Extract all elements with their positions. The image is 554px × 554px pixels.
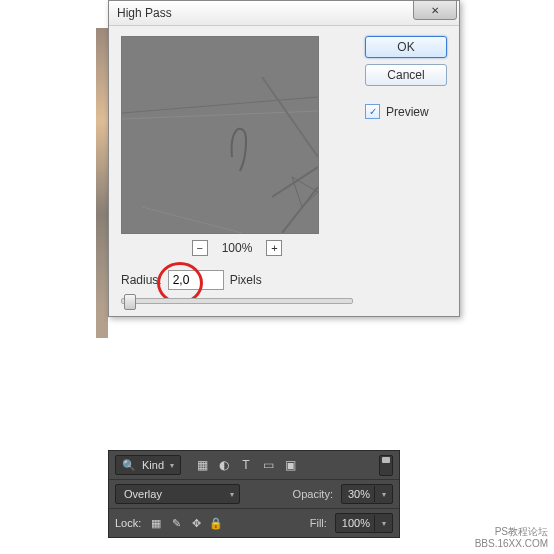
radius-label: Radius: (121, 273, 162, 287)
lock-brush-icon[interactable]: ✎ (169, 516, 183, 530)
filter-preview[interactable] (121, 36, 319, 234)
slider-thumb[interactable] (124, 294, 136, 310)
chevron-down-icon: ▾ (230, 490, 234, 499)
radius-input[interactable] (168, 270, 224, 290)
fill-input[interactable]: 100% ▾ (335, 513, 393, 533)
layers-panel: 🔍 Kind ▾ ▦ ◐ T ▭ ▣ Overlay ▾ Opacity: 30… (108, 450, 400, 538)
preview-label: Preview (386, 105, 429, 119)
zoom-value: 100% (222, 241, 253, 255)
high-pass-dialog: High Pass ✕ − 100% (108, 0, 460, 317)
plus-icon: + (271, 243, 277, 254)
ok-label: OK (397, 40, 414, 54)
blend-opacity-row: Overlay ▾ Opacity: 30% ▾ (109, 480, 399, 509)
lock-all-icon[interactable]: 🔒 (209, 516, 223, 530)
filter-kind-label: Kind (142, 459, 164, 471)
opacity-input[interactable]: 30% ▾ (341, 484, 393, 504)
filter-image-icon[interactable]: ▦ (195, 458, 209, 472)
fill-label: Fill: (310, 517, 327, 529)
opacity-label: Opacity: (293, 488, 333, 500)
zoom-in-button[interactable]: + (266, 240, 282, 256)
chevron-down-icon: ▾ (170, 461, 174, 470)
watermark: PS教程论坛 BBS.16XX.COM (475, 526, 548, 550)
preview-checkbox[interactable]: ✓ (365, 104, 380, 119)
watermark-line1: PS教程论坛 (475, 526, 548, 538)
filter-type-icon[interactable]: T (239, 458, 253, 472)
chevron-down-icon: ▾ (374, 515, 389, 531)
fill-value: 100% (342, 517, 370, 529)
filter-smart-icon[interactable]: ▣ (283, 458, 297, 472)
chevron-down-icon: ▾ (374, 486, 389, 502)
cancel-button[interactable]: Cancel (365, 64, 447, 86)
close-icon: ✕ (431, 5, 439, 16)
lock-label: Lock: (115, 517, 141, 529)
layer-filter-row: 🔍 Kind ▾ ▦ ◐ T ▭ ▣ (109, 451, 399, 480)
dialog-body: − 100% + Radius: Pixels OK Cancel ✓ Prev… (109, 26, 459, 316)
zoom-controls: − 100% + (121, 240, 353, 256)
lock-move-icon[interactable]: ✥ (189, 516, 203, 530)
lock-icons-group: ▦ ✎ ✥ 🔒 (149, 516, 223, 530)
filter-shape-icon[interactable]: ▭ (261, 458, 275, 472)
blend-mode-value: Overlay (124, 488, 162, 500)
radius-unit: Pixels (230, 273, 262, 287)
lock-fill-row: Lock: ▦ ✎ ✥ 🔒 Fill: 100% ▾ (109, 509, 399, 537)
filter-toggle[interactable] (379, 455, 393, 476)
lock-transparent-icon[interactable]: ▦ (149, 516, 163, 530)
filter-type-icons: ▦ ◐ T ▭ ▣ (195, 458, 297, 472)
zoom-out-button[interactable]: − (192, 240, 208, 256)
watermark-line2: BBS.16XX.COM (475, 538, 548, 550)
dialog-titlebar[interactable]: High Pass ✕ (109, 1, 459, 26)
svg-rect-0 (122, 37, 318, 233)
opacity-value: 30% (348, 488, 370, 500)
close-button[interactable]: ✕ (413, 0, 457, 20)
blend-mode-dropdown[interactable]: Overlay ▾ (115, 484, 240, 504)
search-icon: 🔍 (122, 459, 136, 472)
preview-column: − 100% + Radius: Pixels (121, 36, 353, 304)
dialog-title: High Pass (117, 6, 172, 20)
radius-row: Radius: Pixels (121, 270, 353, 290)
minus-icon: − (196, 243, 202, 254)
filter-adjust-icon[interactable]: ◐ (217, 458, 231, 472)
toggle-knob (382, 457, 390, 463)
page-edge-decoration (96, 28, 108, 338)
cancel-label: Cancel (387, 68, 424, 82)
dialog-buttons-column: OK Cancel ✓ Preview (365, 36, 447, 304)
ok-button[interactable]: OK (365, 36, 447, 58)
radius-slider[interactable] (121, 298, 353, 304)
filter-kind-dropdown[interactable]: 🔍 Kind ▾ (115, 455, 181, 475)
preview-checkbox-row: ✓ Preview (365, 104, 447, 119)
